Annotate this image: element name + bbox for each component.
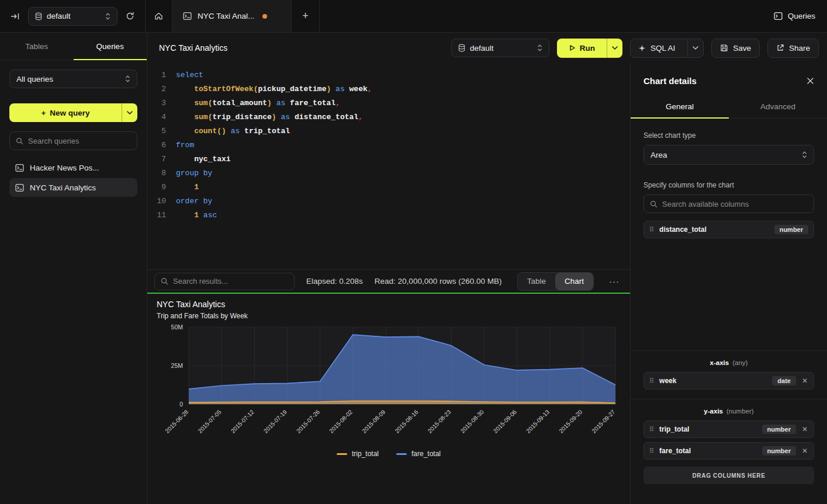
header-database-selector[interactable]: default [451, 39, 549, 57]
code-line: 2 toStartOfWeek(pickup_datetime) as week… [147, 82, 630, 96]
search-queries-input[interactable] [28, 137, 131, 145]
queries-button-label: Queries [788, 12, 815, 20]
query-list: Hacker News Pos... NYC Taxi Analytics [9, 158, 137, 197]
sidebar-tab-queries[interactable]: Queries [74, 33, 147, 60]
code-line: 5 count() as trip_total [147, 124, 630, 138]
sidebar: Tables Queries All queries + New query [0, 33, 147, 504]
remove-column-button[interactable]: ✕ [801, 377, 808, 385]
y-axis-hint: (number) [726, 408, 754, 415]
workarea: 1select2 toStartOfWeek(pickup_datetime) … [147, 63, 630, 504]
tab-nyc-taxi-analytics[interactable]: NYC Taxi Anal... [172, 0, 292, 32]
query-file-icon [15, 164, 24, 172]
new-query-button[interactable]: + New query [9, 103, 122, 122]
read-stat: Read: 20,000,000 rows (260.00 MB) [375, 277, 502, 286]
query-list-item-hacker-news[interactable]: Hacker News Pos... [9, 158, 137, 177]
share-button[interactable]: Share [767, 39, 819, 58]
x-axis-group: x-axis(any) ⠿ week date ✕ [631, 350, 827, 399]
svg-text:2015-09-27: 2015-09-27 [590, 408, 616, 434]
home-icon [154, 12, 163, 20]
code-line: 3 sum(total_amount) as fare_total, [147, 96, 630, 110]
results-search [154, 273, 295, 290]
home-tab-button[interactable] [146, 0, 172, 32]
svg-text:2015-08-30: 2015-08-30 [459, 408, 485, 434]
y-axis-column-trip-total[interactable]: ⠿ trip_total number ✕ [643, 420, 814, 438]
sql-ai-button[interactable]: SQL AI [631, 39, 683, 57]
code-line: 9 1 [147, 180, 630, 194]
drag-handle-icon[interactable]: ⠿ [649, 377, 654, 385]
close-panel-button[interactable] [807, 77, 814, 85]
more-options-button[interactable]: ··· [605, 276, 623, 286]
query-filter-select[interactable]: All queries [9, 69, 137, 88]
collapse-sidebar-button[interactable] [8, 10, 22, 23]
share-button-label: Share [789, 44, 810, 53]
search-columns-input[interactable] [662, 200, 808, 208]
svg-text:2015-07-12: 2015-07-12 [230, 408, 255, 434]
plus-icon: + [41, 109, 46, 117]
line-number: 10 [147, 194, 166, 208]
drag-handle-icon[interactable]: ⠿ [649, 226, 654, 234]
svg-text:2015-07-26: 2015-07-26 [295, 408, 321, 434]
run-button-group: Run [557, 39, 622, 58]
drag-handle-icon[interactable]: ⠿ [649, 426, 654, 433]
search-results-input[interactable] [173, 277, 288, 286]
select-chevrons-icon [105, 12, 110, 20]
sidebar-tabs: Tables Queries [0, 33, 147, 60]
legend-item-fare_total[interactable]: fare_total [396, 450, 441, 458]
unsaved-changes-dot [262, 14, 267, 19]
line-number: 7 [147, 152, 166, 166]
remove-column-button[interactable]: ✕ [801, 447, 808, 455]
query-filter-value: All queries [16, 75, 120, 84]
line-number: 9 [147, 180, 166, 194]
queries-button[interactable]: Queries [774, 12, 815, 20]
x-axis-hint: (any) [732, 359, 748, 366]
topbar-database-selector[interactable]: default [28, 7, 117, 26]
legend-item-trip_total[interactable]: trip_total [337, 450, 379, 458]
chart-type-select[interactable]: Area [643, 145, 814, 165]
query-file-icon [183, 12, 192, 20]
save-button-label: Save [733, 44, 751, 53]
refresh-icon [126, 12, 134, 20]
x-axis-label: x-axis [710, 359, 729, 366]
remove-column-button[interactable]: ✕ [801, 425, 808, 433]
drag-columns-dropzone[interactable]: DRAG COLUMNS HERE [643, 467, 814, 484]
available-column-distance-total[interactable]: ⠿ distance_total number [643, 221, 814, 238]
sidebar-search [9, 131, 137, 150]
topbar-left: default [0, 0, 146, 32]
column-name: week [659, 377, 676, 385]
query-list-item-nyc-taxi[interactable]: NYC Taxi Analytics [9, 178, 137, 197]
query-header: NYC Taxi Analytics default Run [147, 33, 827, 63]
drag-handle-icon[interactable]: ⠿ [649, 447, 654, 455]
save-button[interactable]: Save [711, 39, 760, 58]
app-window: default NYC Taxi Anal... + Queries [0, 0, 827, 504]
run-button[interactable]: Run [557, 39, 607, 58]
new-query-options-button[interactable] [122, 103, 137, 122]
tab-general[interactable]: General [631, 95, 729, 118]
sidebar-tab-tables[interactable]: Tables [0, 33, 74, 60]
view-toggle-table[interactable]: Table [518, 273, 555, 290]
select-chevrons-icon [125, 75, 130, 83]
line-number: 11 [147, 208, 166, 223]
chart-legend: trip_totalfare_total [157, 450, 621, 458]
legend-label: trip_total [352, 450, 379, 458]
refresh-button[interactable] [123, 9, 137, 23]
sql-editor[interactable]: 1select2 toStartOfWeek(pickup_datetime) … [147, 63, 630, 269]
sql-ai-options-button[interactable] [687, 39, 703, 57]
y-axis-column-fare-total[interactable]: ⠿ fare_total number ✕ [643, 442, 814, 460]
new-tab-button[interactable]: + [292, 0, 320, 32]
chevron-down-icon [693, 46, 698, 50]
line-number: 5 [147, 124, 166, 138]
column-type-badge: number [774, 225, 808, 234]
svg-text:2015-08-02: 2015-08-02 [328, 408, 354, 434]
chart-details-body: Select chart type Area Specify columns f… [631, 119, 827, 504]
query-list-item-label: Hacker News Pos... [30, 164, 99, 172]
new-query-button-group: + New query [9, 103, 137, 122]
query-file-icon [15, 183, 24, 192]
svg-text:2015-09-13: 2015-09-13 [525, 408, 551, 434]
topbar-database-value: default [47, 12, 101, 20]
run-options-button[interactable] [607, 39, 622, 58]
database-icon [458, 44, 465, 52]
x-axis-column-week[interactable]: ⠿ week date ✕ [643, 372, 814, 390]
svg-text:2015-08-23: 2015-08-23 [427, 408, 452, 434]
tab-advanced[interactable]: Advanced [729, 95, 827, 118]
view-toggle-chart[interactable]: Chart [555, 273, 593, 290]
